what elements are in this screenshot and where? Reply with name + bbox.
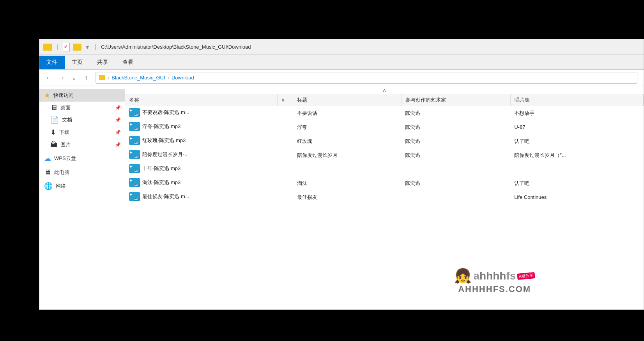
explorer-window: | ▼ | C:\Users\Administrator\Desktop\Bla… xyxy=(39,39,644,310)
sidebar-quick-access-label: 快速访问 xyxy=(53,92,74,99)
file-table: 名称 # 标题 参与创作的艺术家 唱片集 MP3 不要说话-陈奕迅.m... 不… xyxy=(125,94,644,204)
file-name: 不要说话-陈奕迅.m... xyxy=(142,109,189,116)
breadcrumb-child[interactable]: Download xyxy=(172,75,194,81)
file-name-cell: MP3 红玫瑰-陈奕迅.mp3 xyxy=(125,134,278,148)
tab-view[interactable]: 查看 xyxy=(115,56,141,69)
tab-file[interactable]: 文件 xyxy=(39,56,65,69)
sidebar-item-thispc[interactable]: 🖥 此电脑 xyxy=(39,166,125,178)
up-button[interactable]: ↑ xyxy=(81,72,92,83)
mp3-file-icon: MP3 xyxy=(129,164,140,173)
file-artist-cell xyxy=(401,190,510,204)
tab-share[interactable]: 共享 xyxy=(90,56,115,69)
table-row[interactable]: MP3 不要说话-陈奕迅.m... 不要说话陈奕迅不想放手 xyxy=(125,106,644,120)
table-row[interactable]: MP3 陪你度过漫长岁月-... 陪你度过漫长岁月陈奕迅陪你度过漫长岁月（"..… xyxy=(125,148,644,162)
file-artist-cell: 陈奕迅 xyxy=(401,120,510,134)
sidebar-item-pictures[interactable]: 🏔 图片 📌 xyxy=(39,139,125,151)
file-artist-cell xyxy=(401,162,510,176)
file-artist-cell: 陈奕迅 xyxy=(401,148,510,162)
sidebar-desktop-label: 桌面 xyxy=(60,104,71,111)
pin-icon2: 📌 xyxy=(115,117,121,123)
file-name-cell: MP3 陪你度过漫长岁月-... xyxy=(125,148,278,162)
sidebar-item-wps[interactable]: ☁ WPS云盘 xyxy=(39,152,125,165)
file-title-cell: 红玫瑰 xyxy=(293,134,402,148)
file-artist-cell: 陈奕迅 xyxy=(401,106,510,120)
file-number-cell xyxy=(278,134,293,148)
separator2: | xyxy=(95,44,96,51)
table-row[interactable]: MP3 浮夸-陈奕迅.mp3 浮夸陈奕迅U-87 xyxy=(125,120,644,134)
sort-arrow-icon: ∧ xyxy=(382,87,386,93)
file-album-cell: 认了吧 xyxy=(510,134,643,148)
file-name: 最佳损友-陈奕迅.m... xyxy=(142,193,189,200)
sidebar-item-network[interactable]: 🌐 网络 xyxy=(39,180,125,192)
title-path: C:\Users\Administrator\Desktop\BlackSton… xyxy=(101,44,640,50)
folder2-icon xyxy=(73,44,81,51)
file-number-cell xyxy=(278,162,293,176)
sidebar-docs-label: 文档 xyxy=(62,116,72,123)
file-album-cell: Life Continues xyxy=(510,190,643,204)
sidebar-item-desktop[interactable]: 🖥 桌面 📌 xyxy=(39,102,125,114)
pin-icon4: 📌 xyxy=(115,142,121,148)
forward-button[interactable]: → xyxy=(56,72,67,83)
file-number-cell xyxy=(278,106,293,120)
mp3-file-icon: MP3 xyxy=(129,108,140,117)
sort-indicator[interactable]: ∧ xyxy=(125,86,644,94)
col-number[interactable]: # xyxy=(278,94,293,106)
breadcrumb-root[interactable]: BlackStone_Music_GUI xyxy=(111,75,165,81)
folder-icon xyxy=(43,44,52,51)
col-artist[interactable]: 参与创作的艺术家 xyxy=(401,94,510,106)
file-number-cell xyxy=(278,148,293,162)
file-album-cell: 不想放手 xyxy=(510,106,643,120)
table-row[interactable]: MP3 最佳损友-陈奕迅.m... 最佳损友Life Continues xyxy=(125,190,644,204)
tab-home[interactable]: 主页 xyxy=(65,56,90,69)
file-name-cell: MP3 最佳损友-陈奕迅.m... xyxy=(125,190,278,204)
mp3-file-icon: MP3 xyxy=(129,136,140,145)
table-row[interactable]: MP3 淘汰-陈奕迅.mp3 淘汰陈奕迅认了吧 xyxy=(125,176,644,190)
sidebar-thispc-label: 此电脑 xyxy=(54,169,69,176)
file-title-cell: 陪你度过漫长岁月 xyxy=(293,148,402,162)
address-sep2: › xyxy=(168,75,169,81)
dropdown-arrow-icon: ▼ xyxy=(85,44,90,50)
file-number-cell xyxy=(278,190,293,204)
pin-icon3: 📌 xyxy=(115,130,121,135)
mp3-file-icon: MP3 xyxy=(129,178,140,187)
file-name-cell: MP3 不要说话-陈奕迅.m... xyxy=(125,106,278,120)
quick-access-section: ★ 快速访问 🖥 桌面 📌 📄 文档 📌 ⬇ 下载 📌 xyxy=(39,89,125,151)
address-bar[interactable]: › BlackStone_Music_GUI › Download xyxy=(96,72,637,84)
col-album[interactable]: 唱片集 xyxy=(510,94,643,106)
sidebar-item-quick-access[interactable]: ★ 快速访问 xyxy=(39,89,125,102)
file-number-cell xyxy=(278,176,293,190)
file-title-cell: 不要说话 xyxy=(293,106,402,120)
file-name: 浮夸-陈奕迅.mp3 xyxy=(142,123,180,130)
sidebar: ★ 快速访问 🖥 桌面 📌 📄 文档 📌 ⬇ 下载 📌 xyxy=(39,86,125,309)
sidebar-wps-label: WPS云盘 xyxy=(54,155,76,162)
file-album-cell: 陪你度过漫长岁月（"... xyxy=(510,148,643,162)
sidebar-item-docs[interactable]: 📄 文档 📌 xyxy=(39,114,125,126)
title-bar: | ▼ | C:\Users\Administrator\Desktop\Bla… xyxy=(39,39,644,55)
mp3-file-icon: MP3 xyxy=(129,150,140,159)
file-name: 淘汰-陈奕迅.mp3 xyxy=(142,179,180,186)
recent-button[interactable]: ⌄ xyxy=(68,72,79,83)
address-folder-icon xyxy=(99,75,105,80)
file-name-cell: MP3 十年-陈奕迅.mp3 xyxy=(125,162,278,176)
table-row[interactable]: MP3 十年-陈奕迅.mp3 xyxy=(125,162,644,176)
file-name-cell: MP3 浮夸-陈奕迅.mp3 xyxy=(125,120,278,134)
main-area: ★ 快速访问 🖥 桌面 📌 📄 文档 📌 ⬇ 下载 📌 xyxy=(39,86,644,309)
file-name-cell: MP3 淘汰-陈奕迅.mp3 xyxy=(125,176,278,190)
pictures-icon: 🏔 xyxy=(50,141,57,149)
file-title-cell: 最佳损友 xyxy=(293,190,402,204)
ribbon: 文件 主页 共享 查看 xyxy=(39,55,644,70)
network-icon: 🌐 xyxy=(44,182,53,190)
wps-icon: ☁ xyxy=(44,154,51,163)
docs-icon: 📄 xyxy=(50,116,59,124)
col-title[interactable]: 标题 xyxy=(293,94,402,106)
table-row[interactable]: MP3 红玫瑰-陈奕迅.mp3 红玫瑰陈奕迅认了吧 xyxy=(125,134,644,148)
file-title-cell: 浮夸 xyxy=(293,120,402,134)
sidebar-pictures-label: 图片 xyxy=(60,141,71,148)
back-button[interactable]: ← xyxy=(43,72,54,83)
star-icon: ★ xyxy=(44,91,50,100)
download-icon: ⬇ xyxy=(50,128,56,137)
file-title-cell: 淘汰 xyxy=(293,176,402,190)
col-name[interactable]: 名称 xyxy=(125,94,278,106)
sidebar-item-download[interactable]: ⬇ 下载 📌 xyxy=(39,126,125,139)
file-artist-cell: 陈奕迅 xyxy=(401,134,510,148)
